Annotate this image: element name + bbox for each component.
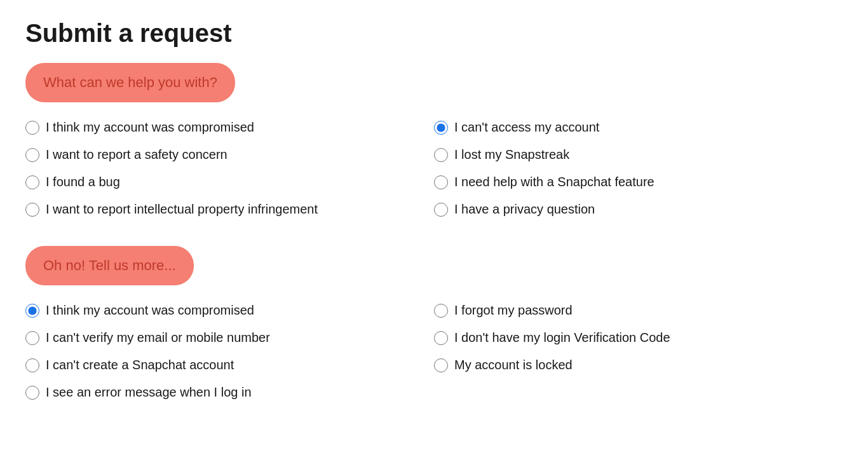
list-item[interactable]: My account is locked <box>434 351 843 379</box>
radio-found-bug[interactable] <box>25 175 39 189</box>
section2-right-col: I forgot my password I don't have my log… <box>434 297 843 406</box>
section1-options: I think my account was compromised I wan… <box>25 114 843 223</box>
section1-right-col: I can't access my account I lost my Snap… <box>434 114 843 223</box>
label-cant-access: I can't access my account <box>454 120 599 135</box>
list-item[interactable]: I think my account was compromised <box>25 297 434 324</box>
radio-ip-infringement[interactable] <box>25 203 39 217</box>
label-cant-create-account: I can't create a Snapchat account <box>46 358 234 372</box>
radio-error-message[interactable] <box>25 386 39 400</box>
radio-s2-account-compromised[interactable] <box>25 304 39 318</box>
section1-left-col: I think my account was compromised I wan… <box>25 114 434 223</box>
section2: Oh no! Tell us more... I think my accoun… <box>25 246 843 406</box>
label-safety-concern: I want to report a safety concern <box>46 147 227 162</box>
section1-label: What can we help you with? <box>25 63 235 102</box>
list-item[interactable]: I forgot my password <box>434 297 843 324</box>
radio-privacy-question[interactable] <box>434 203 448 217</box>
section2-options: I think my account was compromised I can… <box>25 297 843 406</box>
radio-cant-access[interactable] <box>434 121 448 135</box>
label-account-locked: My account is locked <box>454 358 573 372</box>
list-item[interactable]: I need help with a Snapchat feature <box>434 168 843 196</box>
label-privacy-question: I have a privacy question <box>454 202 595 217</box>
list-item[interactable]: I think my account was compromised <box>25 114 434 141</box>
label-ip-infringement: I want to report intellectual property i… <box>46 202 318 217</box>
label-no-verification-code: I don't have my login Verification Code <box>454 330 670 345</box>
list-item[interactable]: I can't verify my email or mobile number <box>25 324 434 351</box>
label-error-message: I see an error message when I log in <box>46 385 252 400</box>
radio-account-locked[interactable] <box>434 358 448 372</box>
radio-no-verification-code[interactable] <box>434 331 448 345</box>
label-snapchat-feature: I need help with a Snapchat feature <box>454 175 654 189</box>
list-item[interactable]: I lost my Snapstreak <box>434 141 843 168</box>
radio-cant-create-account[interactable] <box>25 358 39 372</box>
list-item[interactable]: I don't have my login Verification Code <box>434 324 843 351</box>
section1: What can we help you with? I think my ac… <box>25 63 843 223</box>
label-found-bug: I found a bug <box>46 175 120 189</box>
radio-cant-verify[interactable] <box>25 331 39 345</box>
label-account-compromised: I think my account was compromised <box>46 120 254 135</box>
list-item[interactable]: I see an error message when I log in <box>25 379 434 406</box>
section2-left-col: I think my account was compromised I can… <box>25 297 434 406</box>
label-forgot-password: I forgot my password <box>454 303 573 318</box>
radio-forgot-password[interactable] <box>434 304 448 318</box>
section2-label: Oh no! Tell us more... <box>25 246 194 285</box>
label-s2-account-compromised: I think my account was compromised <box>46 303 254 318</box>
radio-account-compromised[interactable] <box>25 121 39 135</box>
radio-snapchat-feature[interactable] <box>434 175 448 189</box>
radio-lost-snapstreak[interactable] <box>434 148 448 162</box>
list-item[interactable]: I have a privacy question <box>434 196 843 223</box>
radio-safety-concern[interactable] <box>25 148 39 162</box>
list-item[interactable]: I want to report intellectual property i… <box>25 196 434 223</box>
label-cant-verify: I can't verify my email or mobile number <box>46 330 270 345</box>
page-title: Submit a request <box>25 19 843 48</box>
list-item[interactable]: I can't access my account <box>434 114 843 141</box>
list-item[interactable]: I want to report a safety concern <box>25 141 434 168</box>
list-item[interactable]: I found a bug <box>25 168 434 196</box>
list-item[interactable]: I can't create a Snapchat account <box>25 351 434 379</box>
label-lost-snapstreak: I lost my Snapstreak <box>454 147 569 162</box>
